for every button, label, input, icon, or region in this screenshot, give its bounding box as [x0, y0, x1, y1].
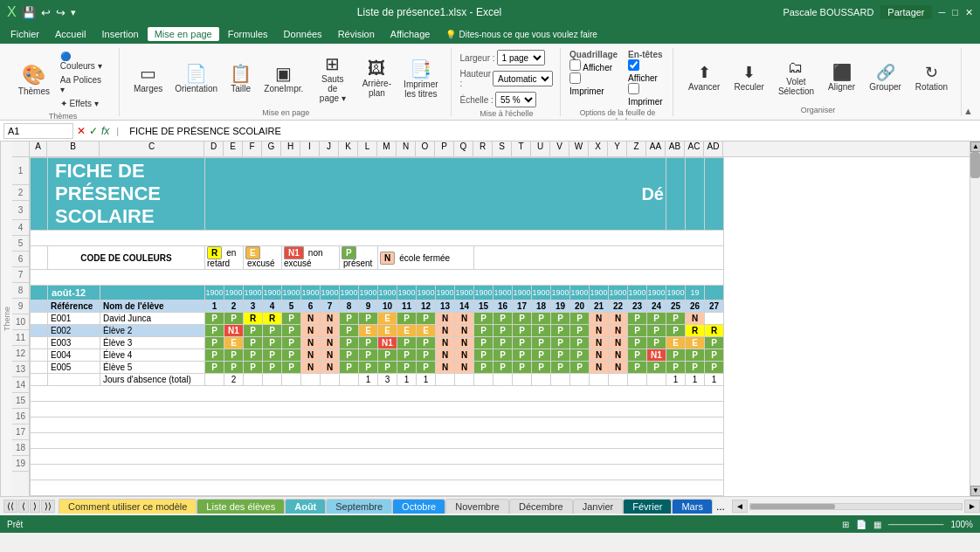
col-header-M[interactable]: M — [377, 141, 397, 156]
sheet-tab-aout[interactable]: Août — [285, 499, 326, 514]
row-num-18[interactable]: 18 — [12, 440, 29, 456]
redo-icon[interactable]: ↪ — [56, 6, 66, 19]
row-num-5[interactable]: 5 — [12, 236, 29, 252]
entetes-afficher[interactable] — [628, 59, 639, 71]
orientation-button[interactable]: 📄Orientation — [169, 59, 222, 97]
hscroll-right[interactable]: ► — [964, 500, 980, 513]
page-break-icon[interactable]: ▦ — [873, 520, 881, 529]
hauteur-select[interactable]: Automatic — [493, 71, 553, 86]
sheet-tab-decembre[interactable]: Décembre — [509, 499, 573, 514]
themes-button[interactable]: 🎨 Thèmes — [14, 60, 54, 100]
menu-formules[interactable]: Formules — [221, 27, 275, 41]
tab-nav-first[interactable]: ⟨⟨ — [3, 500, 17, 513]
sheet-tab-octobre[interactable]: Octobre — [392, 499, 445, 514]
col-header-W[interactable]: W — [569, 141, 589, 156]
marges-button[interactable]: ▭Marges — [128, 59, 169, 97]
avancer-button[interactable]: ⬆Avancer — [682, 59, 727, 95]
grouper-button[interactable]: 🔗Grouper — [863, 59, 908, 95]
col-header-N[interactable]: N — [397, 141, 416, 156]
normal-view-icon[interactable]: ⊞ — [842, 520, 849, 529]
imprimer-titres-button[interactable]: 📑Imprimerles titres — [398, 55, 443, 102]
row-num-9[interactable]: 9 — [12, 299, 29, 314]
row-num-4[interactable]: 4 — [12, 220, 29, 236]
row-num-14[interactable]: 14 — [12, 377, 29, 393]
col-header-H[interactable]: H — [281, 141, 300, 156]
formula-icon-fx[interactable]: fx — [101, 125, 109, 137]
arriere-plan-button[interactable]: 🖼Arrière-plan — [357, 55, 397, 101]
formula-input[interactable] — [126, 126, 977, 136]
row-num-3[interactable]: 3 — [12, 201, 29, 220]
tab-nav-last[interactable]: ⟩⟩ — [41, 500, 55, 513]
menu-affichage[interactable]: Affichage — [383, 27, 438, 41]
more-tabs-button[interactable]: ... — [713, 500, 728, 513]
row-num-16[interactable]: 16 — [12, 409, 29, 424]
col-header-AA[interactable]: AA — [646, 141, 666, 156]
grid-scroll-area[interactable]: 1 2 3 4 5 6 7 8 9 10 11 12 13 14 15 16 1… — [12, 157, 970, 496]
menu-fichier[interactable]: Fichier — [3, 27, 46, 41]
menu-mise-en-page[interactable]: Mise en page — [148, 27, 219, 41]
row-num-19[interactable]: 19 — [12, 456, 29, 472]
row-num-7[interactable]: 7 — [12, 267, 29, 283]
col-header-G[interactable]: G — [262, 141, 281, 156]
spreadsheet-title[interactable]: FICHE DE PRÉSENCE SCOLAIRE — [48, 158, 205, 231]
tab-nav-next[interactable]: ⟩ — [30, 500, 40, 513]
row-num-2[interactable]: 2 — [12, 185, 29, 201]
row-num-1[interactable]: 1 — [12, 157, 29, 185]
col-header-K[interactable]: K — [339, 141, 358, 156]
col-header-X[interactable]: X — [589, 141, 608, 156]
polices-button[interactable]: Aa Polices ▾ — [56, 73, 112, 96]
col-header-AC[interactable]: AC — [685, 141, 704, 156]
col-header-L[interactable]: L — [358, 141, 377, 156]
effets-button[interactable]: ✦ Effets ▾ — [56, 97, 112, 110]
ribbon-collapse[interactable]: ▲ — [963, 104, 973, 116]
menu-revision[interactable]: Révision — [331, 27, 382, 41]
minimize-button[interactable]: ─ — [939, 7, 946, 17]
col-header-Q[interactable]: Q — [454, 141, 473, 156]
sheet-tab-mars[interactable]: Mars — [672, 499, 712, 514]
col-header-D[interactable]: D — [204, 141, 224, 156]
tab-nav-prev[interactable]: ⟨ — [18, 500, 29, 513]
share-button[interactable]: Partager — [880, 5, 931, 19]
zone-impr-button[interactable]: ▣ZoneImpr. — [259, 59, 308, 97]
row-num-13[interactable]: 13 — [12, 362, 29, 377]
hscroll-left[interactable]: ◄ — [732, 500, 748, 513]
col-header-J[interactable]: J — [320, 141, 339, 156]
largeur-select[interactable]: 1 page — [497, 50, 545, 66]
col-header-A[interactable]: A — [30, 141, 47, 156]
col-header-I[interactable]: I — [300, 141, 320, 156]
menu-help[interactable]: 💡 Dites-nous ce que vous voulez faire — [438, 28, 604, 41]
aligner-button[interactable]: ⬛Aligner — [822, 59, 861, 95]
rotation-button[interactable]: ↻Rotation — [909, 59, 954, 95]
vertical-scrollbar[interactable]: ▲ ▼ — [970, 141, 980, 496]
quadrillage-afficher[interactable] — [569, 59, 581, 71]
taille-button[interactable]: 📋Taille — [224, 59, 258, 97]
zoom-slider[interactable]: ───────── — [888, 520, 944, 529]
col-header-O[interactable]: O — [416, 141, 435, 156]
maximize-button[interactable]: □ — [952, 7, 958, 17]
row-num-12[interactable]: 12 — [12, 346, 29, 362]
col-header-S[interactable]: S — [493, 141, 512, 156]
couleurs-button[interactable]: 🔵 Couleurs ▾ — [56, 50, 112, 72]
row-num-8[interactable]: 8 — [12, 283, 29, 299]
col-header-P[interactable]: P — [435, 141, 454, 156]
col-header-R[interactable]: R — [473, 141, 493, 156]
col-header-F[interactable]: F — [243, 141, 262, 156]
menu-donnees[interactable]: Données — [277, 27, 329, 41]
entetes-imprimer[interactable] — [628, 83, 639, 94]
save-icon[interactable]: 💾 — [22, 6, 36, 19]
name-box[interactable] — [3, 123, 73, 139]
col-header-AD[interactable]: AD — [704, 141, 723, 156]
menu-insertion[interactable]: Insertion — [94, 27, 145, 41]
col-header-AB[interactable]: AB — [666, 141, 685, 156]
echelle-select[interactable]: 55 % — [495, 92, 536, 107]
sheet-tab-novembre[interactable]: Novembre — [445, 499, 509, 514]
volet-selection-button[interactable]: 🗂VoletSélection — [772, 55, 820, 100]
col-header-U[interactable]: U — [531, 141, 550, 156]
reculer-button[interactable]: ⬇Reculer — [728, 59, 770, 95]
row-num-6[interactable]: 6 — [12, 252, 29, 267]
col-header-Z[interactable]: Z — [627, 141, 646, 156]
col-header-T[interactable]: T — [512, 141, 531, 156]
sheet-tab-janvier[interactable]: Janvier — [573, 499, 623, 514]
col-header-C[interactable]: C — [100, 141, 204, 156]
sheet-tab-fevrier[interactable]: Février — [623, 499, 672, 514]
